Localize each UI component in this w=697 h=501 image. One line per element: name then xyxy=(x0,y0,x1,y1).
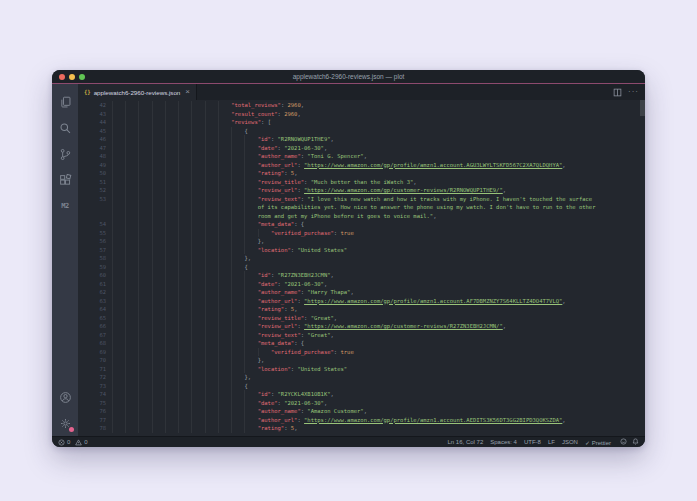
line-number[interactable]: 59 xyxy=(78,263,112,272)
extensions-icon[interactable] xyxy=(52,167,78,193)
line-number[interactable]: 60 xyxy=(78,271,112,280)
code-line[interactable]: 55"verified_purchase": true xyxy=(78,229,645,238)
code-line[interactable]: 70}, xyxy=(78,356,645,365)
line-number[interactable]: 64 xyxy=(78,305,112,314)
status-item[interactable]: Ln 16, Col 72 xyxy=(448,439,484,446)
status-item[interactable]: UTF-8 xyxy=(524,439,541,446)
zoom-window-button[interactable] xyxy=(79,74,85,80)
line-number[interactable]: 72 xyxy=(78,373,112,382)
line-number[interactable]: 51 xyxy=(78,178,112,187)
code-line[interactable]: 58}, xyxy=(78,254,645,263)
line-number[interactable]: 76 xyxy=(78,407,112,416)
line-number[interactable]: 52 xyxy=(78,186,112,195)
status-item[interactable]: Spaces: 4 xyxy=(490,439,517,446)
line-number[interactable]: 56 xyxy=(78,237,112,246)
code-line[interactable]: 50"rating": 5, xyxy=(78,169,645,178)
line-number[interactable]: 55 xyxy=(78,229,112,238)
line-number[interactable]: 49 xyxy=(78,161,112,170)
code-line[interactable]: 65"review_title": "Great", xyxy=(78,314,645,323)
code-line[interactable]: 45{ xyxy=(78,127,645,136)
line-number[interactable]: 67 xyxy=(78,331,112,340)
line-number[interactable]: 48 xyxy=(78,152,112,161)
line-number[interactable]: 54 xyxy=(78,220,112,229)
code-line[interactable]: 57"location": "United States" xyxy=(78,246,645,255)
code-line[interactable]: of its capabilities yet. How nice to ans… xyxy=(78,203,645,212)
code-line[interactable]: 61"date": "2021-06-30", xyxy=(78,280,645,289)
line-number[interactable]: 73 xyxy=(78,382,112,391)
line-number[interactable]: 42 xyxy=(78,101,112,110)
line-number[interactable]: 57 xyxy=(78,246,112,255)
code-line[interactable]: 64"rating": 5, xyxy=(78,305,645,314)
line-number[interactable]: 66 xyxy=(78,322,112,331)
status-item[interactable]: ✓ Prettier xyxy=(585,439,611,446)
minimize-window-button[interactable] xyxy=(69,74,75,80)
line-number[interactable] xyxy=(78,212,112,221)
line-number[interactable]: 68 xyxy=(78,339,112,348)
code-line[interactable]: 66"review_url": "https://www.amazon.com/… xyxy=(78,322,645,331)
line-number[interactable]: 75 xyxy=(78,399,112,408)
tab-applewatch-json[interactable]: {} applewatch6-2960-reviews.json × xyxy=(78,84,197,100)
problems-indicator[interactable]: 0 0 xyxy=(58,439,88,446)
search-icon[interactable] xyxy=(52,115,78,141)
code-line[interactable]: 60"id": "R27ZN3EBH2JCMN", xyxy=(78,271,645,280)
code-line[interactable]: 49"author_url": "https://www.amazon.com/… xyxy=(78,161,645,170)
account-icon[interactable] xyxy=(52,384,78,410)
code-line[interactable]: 52"review_url": "https://www.amazon.com/… xyxy=(78,186,645,195)
code-line[interactable]: 46"id": "R2RNOWQUP1THE9", xyxy=(78,135,645,144)
code-line[interactable]: 76"author_name": "Amazon Customer", xyxy=(78,407,645,416)
line-number[interactable] xyxy=(78,203,112,212)
line-number[interactable]: 71 xyxy=(78,365,112,374)
line-number[interactable]: 50 xyxy=(78,169,112,178)
code-line[interactable]: 56}, xyxy=(78,237,645,246)
m2-extension-icon[interactable]: M2 xyxy=(52,193,78,219)
code-line[interactable]: 67"review_text": "Great", xyxy=(78,331,645,340)
line-number[interactable]: 63 xyxy=(78,297,112,306)
feedback-icon[interactable] xyxy=(620,438,627,446)
bell-icon[interactable] xyxy=(632,438,639,446)
line-number[interactable]: 47 xyxy=(78,144,112,153)
split-editor-icon[interactable] xyxy=(613,83,622,101)
line-number[interactable]: 78 xyxy=(78,424,112,433)
source-control-icon[interactable] xyxy=(52,141,78,167)
line-number[interactable]: 43 xyxy=(78,110,112,119)
code-line[interactable]: 59{ xyxy=(78,263,645,272)
line-number[interactable]: 46 xyxy=(78,135,112,144)
line-number[interactable]: 61 xyxy=(78,280,112,289)
more-actions-icon[interactable]: ··· xyxy=(628,89,639,95)
line-number[interactable]: 70 xyxy=(78,356,112,365)
code-line[interactable]: 72}, xyxy=(78,373,645,382)
close-window-button[interactable] xyxy=(59,74,65,80)
line-number[interactable]: 77 xyxy=(78,416,112,425)
line-number[interactable]: 45 xyxy=(78,127,112,136)
code-line[interactable]: 48"author_name": "Toni G. Spencer", xyxy=(78,152,645,161)
code-line[interactable]: 54"meta_data": { xyxy=(78,220,645,229)
code-line[interactable]: 73{ xyxy=(78,382,645,391)
code-line[interactable]: 68"meta_data": { xyxy=(78,339,645,348)
code-line[interactable]: 71"location": "United States" xyxy=(78,365,645,374)
close-tab-icon[interactable]: × xyxy=(185,88,190,96)
line-number[interactable]: 58 xyxy=(78,254,112,263)
line-number[interactable]: 74 xyxy=(78,390,112,399)
code-line[interactable]: 42"total_reviews": 2960, xyxy=(78,101,645,110)
code-line[interactable]: 43"result_count": 2960, xyxy=(78,110,645,119)
line-number[interactable]: 62 xyxy=(78,288,112,297)
code-line[interactable]: 74"id": "R2YCKL4XB1OB1K", xyxy=(78,390,645,399)
explorer-icon[interactable] xyxy=(52,89,78,115)
code-line[interactable]: 69"verified_purchase": true xyxy=(78,348,645,357)
code-line[interactable]: 53"review_text": "I love this new watch … xyxy=(78,195,645,204)
editor-scrollbar[interactable] xyxy=(640,100,645,116)
settings-gear-icon[interactable] xyxy=(52,410,78,436)
editor-code[interactable]: 42"total_reviews": 2960,43"result_count"… xyxy=(78,100,645,436)
line-number[interactable]: 53 xyxy=(78,195,112,204)
code-line[interactable]: 51"review_title": "Much better than the … xyxy=(78,178,645,187)
code-line[interactable]: 47"date": "2021-06-30", xyxy=(78,144,645,153)
line-number[interactable]: 69 xyxy=(78,348,112,357)
code-line[interactable]: 62"author_name": "Harry Thapa", xyxy=(78,288,645,297)
code-line[interactable]: 77"author_url": "https://www.amazon.com/… xyxy=(78,416,645,425)
line-number[interactable]: 44 xyxy=(78,118,112,127)
line-number[interactable]: 65 xyxy=(78,314,112,323)
code-line[interactable]: 44"reviews": [ xyxy=(78,118,645,127)
code-line[interactable]: 78"rating": 5, xyxy=(78,424,645,433)
code-line[interactable]: 75"date": "2021-06-30", xyxy=(78,399,645,408)
code-line[interactable]: 63"author_url": "https://www.amazon.com/… xyxy=(78,297,645,306)
